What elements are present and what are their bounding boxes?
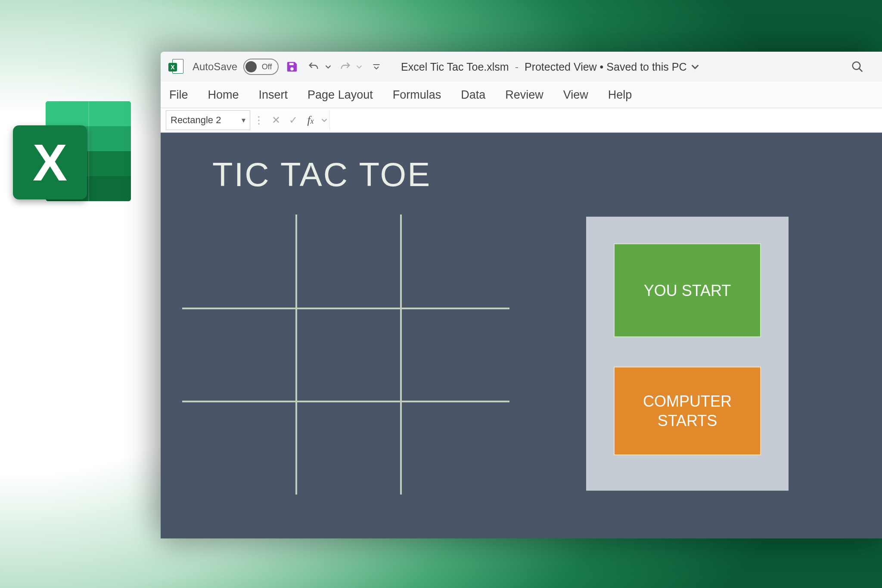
- formula-bar: Rectangle 2 ▾ ⋮ ✕ ✓ fx: [161, 108, 882, 133]
- chevron-down-icon: [690, 62, 700, 72]
- formula-menu-icon[interactable]: ⋮: [250, 110, 267, 130]
- tab-review[interactable]: Review: [504, 86, 544, 104]
- board-line-vertical-2: [400, 215, 402, 495]
- formula-input[interactable]: [329, 110, 882, 130]
- autosave-state: Off: [259, 62, 274, 72]
- cancel-icon[interactable]: ✕: [267, 110, 285, 130]
- excel-window: X AutoSave Off Excel Tic Tac Toe.xlsm - …: [161, 52, 882, 538]
- search-icon[interactable]: [850, 59, 865, 74]
- undo-dropdown-icon[interactable]: [324, 59, 332, 74]
- redo-dropdown-icon[interactable]: [355, 59, 363, 74]
- tab-data[interactable]: Data: [460, 86, 486, 104]
- you-start-label: YOU START: [644, 281, 731, 300]
- tic-tac-toe-board[interactable]: [182, 215, 509, 495]
- document-status: Protected View • Saved to this PC: [525, 61, 687, 73]
- computer-starts-label: COMPUTER STARTS: [643, 392, 732, 430]
- fx-icon[interactable]: fx: [302, 110, 319, 130]
- excel-app-logo: X: [13, 101, 131, 211]
- tab-help[interactable]: Help: [607, 86, 633, 104]
- chevron-down-icon: ▾: [242, 115, 245, 125]
- you-start-button[interactable]: YOU START: [614, 243, 761, 337]
- name-box-value: Rectangle 2: [171, 115, 221, 126]
- control-panel: YOU START COMPUTER STARTS: [586, 217, 789, 491]
- board-line-vertical-1: [295, 215, 297, 495]
- svg-point-0: [853, 62, 860, 70]
- board-line-horizontal-2: [182, 401, 509, 402]
- worksheet-area: TIC TAC TOE YOU START COMPUTER STARTS: [161, 133, 882, 538]
- board-line-horizontal-1: [182, 308, 509, 309]
- tab-page-layout[interactable]: Page Layout: [307, 86, 374, 104]
- name-box[interactable]: Rectangle 2 ▾: [166, 110, 250, 130]
- autosave-toggle[interactable]: Off: [243, 59, 279, 75]
- tab-home[interactable]: Home: [207, 86, 240, 104]
- save-icon[interactable]: [285, 59, 299, 74]
- tab-formulas[interactable]: Formulas: [392, 86, 442, 104]
- tab-file[interactable]: File: [168, 86, 189, 104]
- filename: Excel Tic Tac Toe.xlsm: [401, 61, 509, 73]
- tab-insert[interactable]: Insert: [258, 86, 289, 104]
- enter-icon[interactable]: ✓: [285, 110, 302, 130]
- tab-view[interactable]: View: [562, 86, 589, 104]
- title-bar: X AutoSave Off Excel Tic Tac Toe.xlsm - …: [161, 52, 882, 82]
- autosave-label: AutoSave: [193, 61, 237, 73]
- undo-icon[interactable]: [306, 59, 321, 74]
- qat-customize-icon[interactable]: [369, 59, 384, 74]
- ribbon-tabs: File Home Insert Page Layout Formulas Da…: [161, 82, 882, 108]
- game-title: TIC TAC TOE: [212, 155, 431, 194]
- formula-dropdown-icon[interactable]: [319, 110, 329, 130]
- document-title[interactable]: Excel Tic Tac Toe.xlsm - Protected View …: [401, 61, 699, 73]
- computer-starts-button[interactable]: COMPUTER STARTS: [614, 367, 761, 455]
- redo-icon[interactable]: [338, 59, 353, 74]
- title-separator: -: [515, 61, 519, 73]
- excel-icon: X: [168, 59, 184, 75]
